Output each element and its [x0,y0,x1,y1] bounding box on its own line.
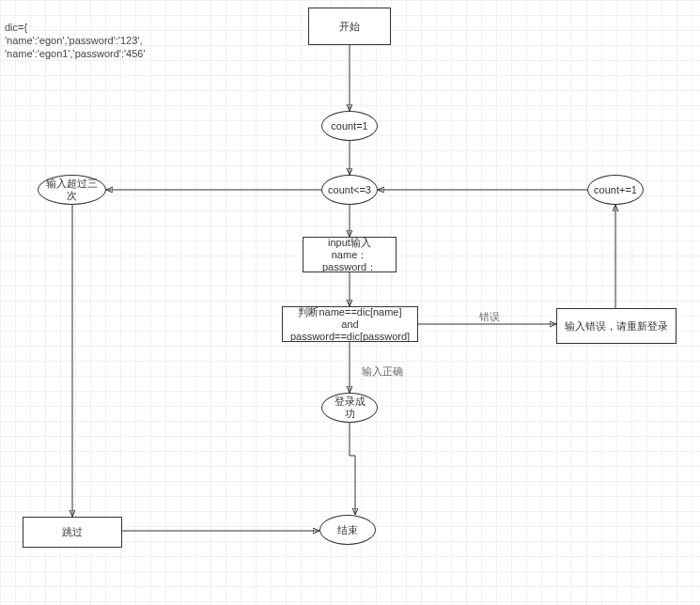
count-inc-label: count+=1 [594,184,637,196]
count-init-node: count=1 [321,111,378,141]
count-check-node: count<=3 [321,175,378,205]
code-line-3: 'name':'egon1','password':'456' [5,48,146,59]
correct-label: 输入正确 [362,365,403,379]
condition-label: 判断name==dic[name] and password==dic[pass… [290,306,410,343]
count-check-label: count<=3 [328,184,371,196]
input-prompt-label: input输入name：password： [311,237,388,273]
code-snippet: dic={ 'name':'egon','password':'123', 'n… [5,8,146,60]
login-success-node: 登录成功 [321,393,378,423]
end-label: 结束 [337,524,358,536]
start-node: 开始 [308,8,391,45]
count-init-label: count=1 [331,120,367,132]
end-node: 结束 [319,515,376,545]
code-line-1: dic={ [5,22,27,33]
input-exceeded-node: 输入超过三次 [38,175,106,205]
code-line-2: 'name':'egon','password':'123', [5,35,142,46]
skip-label: 跳过 [62,526,83,538]
input-prompt-node: input输入name：password： [303,237,397,272]
count-inc-node: count+=1 [587,175,644,205]
error-msg-node: 输入错误，请重新登录 [556,308,677,344]
wrong-label: 错误 [479,310,500,324]
skip-node: 跳过 [23,517,122,548]
login-success-label: 登录成功 [330,396,369,420]
input-exceeded-label: 输入超过三次 [46,178,98,202]
error-msg-label: 输入错误，请重新登录 [565,320,668,333]
condition-node: 判断name==dic[name] and password==dic[pass… [282,306,418,342]
start-label: 开始 [339,21,360,33]
